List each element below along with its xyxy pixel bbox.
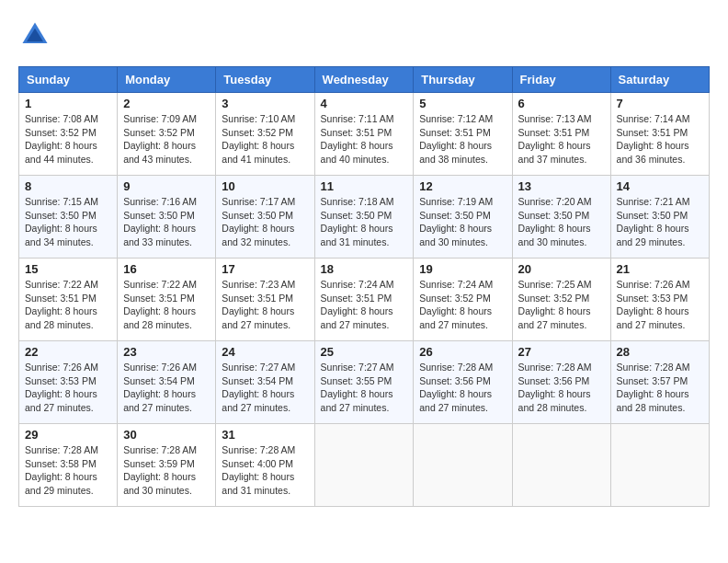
calendar-cell: 24 Sunrise: 7:27 AM Sunset: 3:54 PM Dayl… bbox=[216, 341, 314, 424]
calendar-cell: 6 Sunrise: 7:13 AM Sunset: 3:51 PM Dayli… bbox=[512, 93, 610, 176]
sunrise-label: Sunrise: 7:10 AM bbox=[222, 113, 295, 124]
day-info: Sunrise: 7:15 AM Sunset: 3:50 PM Dayligh… bbox=[25, 195, 111, 249]
day-number: 28 bbox=[617, 345, 703, 359]
calendar-cell: 13 Sunrise: 7:20 AM Sunset: 3:50 PM Dayl… bbox=[512, 176, 610, 259]
daylight-label: Daylight: 8 hours and 27 minutes. bbox=[617, 305, 689, 330]
calendar-cell: 15 Sunrise: 7:22 AM Sunset: 3:51 PM Dayl… bbox=[19, 259, 118, 341]
sunrise-label: Sunrise: 7:28 AM bbox=[617, 362, 690, 373]
sunset-label: Sunset: 3:57 PM bbox=[617, 375, 688, 386]
sunrise-label: Sunrise: 7:08 AM bbox=[25, 113, 98, 124]
daylight-label: Daylight: 8 hours and 28 minutes. bbox=[518, 388, 591, 413]
daylight-label: Daylight: 8 hours and 27 minutes. bbox=[419, 305, 492, 330]
page-header bbox=[18, 18, 710, 52]
calendar-cell: 10 Sunrise: 7:17 AM Sunset: 3:50 PM Dayl… bbox=[216, 176, 314, 259]
day-info: Sunrise: 7:27 AM Sunset: 3:55 PM Dayligh… bbox=[321, 361, 408, 415]
sunrise-label: Sunrise: 7:25 AM bbox=[518, 279, 592, 290]
sunrise-label: Sunrise: 7:17 AM bbox=[222, 196, 295, 207]
day-number: 11 bbox=[321, 179, 408, 193]
logo-icon bbox=[18, 18, 51, 52]
sunset-label: Sunset: 4:00 PM bbox=[222, 458, 293, 469]
sunset-label: Sunset: 3:51 PM bbox=[617, 127, 688, 138]
day-number: 24 bbox=[222, 345, 308, 359]
weekday-header-monday: Monday bbox=[118, 67, 216, 93]
day-number: 2 bbox=[123, 97, 210, 110]
day-number: 19 bbox=[419, 262, 506, 276]
day-number: 26 bbox=[419, 345, 506, 359]
day-info: Sunrise: 7:14 AM Sunset: 3:51 PM Dayligh… bbox=[617, 112, 703, 167]
day-number: 29 bbox=[25, 428, 111, 442]
sunrise-label: Sunrise: 7:09 AM bbox=[123, 113, 197, 124]
day-info: Sunrise: 7:19 AM Sunset: 3:50 PM Dayligh… bbox=[419, 195, 506, 249]
calendar-cell: 3 Sunrise: 7:10 AM Sunset: 3:52 PM Dayli… bbox=[216, 93, 314, 176]
sunrise-label: Sunrise: 7:14 AM bbox=[617, 113, 690, 124]
daylight-label: Daylight: 8 hours and 27 minutes. bbox=[518, 305, 591, 330]
calendar-cell: 31 Sunrise: 7:28 AM Sunset: 4:00 PM Dayl… bbox=[216, 424, 314, 507]
calendar-week-2: 8 Sunrise: 7:15 AM Sunset: 3:50 PM Dayli… bbox=[19, 176, 710, 259]
day-info: Sunrise: 7:26 AM Sunset: 3:54 PM Dayligh… bbox=[123, 361, 210, 415]
sunset-label: Sunset: 3:51 PM bbox=[518, 127, 590, 138]
day-info: Sunrise: 7:09 AM Sunset: 3:52 PM Dayligh… bbox=[123, 112, 210, 167]
calendar-week-4: 22 Sunrise: 7:26 AM Sunset: 3:53 PM Dayl… bbox=[19, 341, 710, 424]
sunset-label: Sunset: 3:50 PM bbox=[419, 210, 491, 221]
day-info: Sunrise: 7:28 AM Sunset: 3:57 PM Dayligh… bbox=[617, 361, 703, 415]
weekday-header-saturday: Saturday bbox=[610, 67, 709, 93]
day-number: 14 bbox=[617, 179, 703, 193]
sunrise-label: Sunrise: 7:28 AM bbox=[25, 444, 98, 455]
weekday-header-wednesday: Wednesday bbox=[314, 67, 414, 93]
calendar-week-3: 15 Sunrise: 7:22 AM Sunset: 3:51 PM Dayl… bbox=[19, 259, 710, 341]
calendar-cell: 7 Sunrise: 7:14 AM Sunset: 3:51 PM Dayli… bbox=[610, 93, 709, 176]
day-info: Sunrise: 7:24 AM Sunset: 3:52 PM Dayligh… bbox=[419, 278, 506, 332]
day-number: 18 bbox=[321, 262, 408, 276]
sunrise-label: Sunrise: 7:23 AM bbox=[222, 279, 295, 290]
sunrise-label: Sunrise: 7:28 AM bbox=[419, 362, 493, 373]
calendar-cell: 2 Sunrise: 7:09 AM Sunset: 3:52 PM Dayli… bbox=[118, 93, 216, 176]
sunrise-label: Sunrise: 7:15 AM bbox=[25, 196, 98, 207]
day-number: 3 bbox=[222, 97, 308, 110]
sunrise-label: Sunrise: 7:22 AM bbox=[123, 279, 197, 290]
daylight-label: Daylight: 8 hours and 29 minutes. bbox=[25, 471, 97, 496]
day-info: Sunrise: 7:10 AM Sunset: 3:52 PM Dayligh… bbox=[222, 112, 308, 167]
day-info: Sunrise: 7:18 AM Sunset: 3:50 PM Dayligh… bbox=[321, 195, 408, 249]
sunset-label: Sunset: 3:50 PM bbox=[321, 210, 392, 221]
daylight-label: Daylight: 8 hours and 27 minutes. bbox=[321, 305, 393, 330]
day-number: 1 bbox=[25, 97, 111, 110]
calendar-cell: 28 Sunrise: 7:28 AM Sunset: 3:57 PM Dayl… bbox=[610, 341, 709, 424]
sunset-label: Sunset: 3:52 PM bbox=[518, 293, 590, 304]
sunrise-label: Sunrise: 7:27 AM bbox=[321, 362, 394, 373]
day-number: 12 bbox=[419, 179, 506, 193]
calendar-cell: 23 Sunrise: 7:26 AM Sunset: 3:54 PM Dayl… bbox=[118, 341, 216, 424]
sunset-label: Sunset: 3:53 PM bbox=[25, 375, 97, 386]
calendar-cell: 1 Sunrise: 7:08 AM Sunset: 3:52 PM Dayli… bbox=[19, 93, 118, 176]
sunrise-label: Sunrise: 7:20 AM bbox=[518, 196, 592, 207]
calendar-cell: 21 Sunrise: 7:26 AM Sunset: 3:53 PM Dayl… bbox=[610, 259, 709, 341]
day-info: Sunrise: 7:16 AM Sunset: 3:50 PM Dayligh… bbox=[123, 195, 210, 249]
sunset-label: Sunset: 3:52 PM bbox=[25, 127, 97, 138]
sunset-label: Sunset: 3:50 PM bbox=[617, 210, 688, 221]
daylight-label: Daylight: 8 hours and 29 minutes. bbox=[617, 223, 689, 247]
day-info: Sunrise: 7:25 AM Sunset: 3:52 PM Dayligh… bbox=[518, 278, 605, 332]
day-number: 21 bbox=[617, 262, 703, 276]
sunset-label: Sunset: 3:50 PM bbox=[518, 210, 590, 221]
sunrise-label: Sunrise: 7:21 AM bbox=[617, 196, 690, 207]
calendar-cell: 4 Sunrise: 7:11 AM Sunset: 3:51 PM Dayli… bbox=[314, 93, 414, 176]
day-info: Sunrise: 7:28 AM Sunset: 3:58 PM Dayligh… bbox=[25, 443, 111, 498]
day-info: Sunrise: 7:27 AM Sunset: 3:54 PM Dayligh… bbox=[222, 361, 308, 415]
day-number: 9 bbox=[123, 179, 210, 193]
day-info: Sunrise: 7:28 AM Sunset: 3:56 PM Dayligh… bbox=[518, 361, 605, 415]
calendar-cell bbox=[314, 424, 414, 507]
daylight-label: Daylight: 8 hours and 31 minutes. bbox=[321, 223, 393, 247]
sunset-label: Sunset: 3:58 PM bbox=[25, 458, 97, 469]
day-info: Sunrise: 7:22 AM Sunset: 3:51 PM Dayligh… bbox=[123, 278, 210, 332]
sunset-label: Sunset: 3:51 PM bbox=[419, 127, 491, 138]
sunset-label: Sunset: 3:55 PM bbox=[321, 375, 392, 386]
daylight-label: Daylight: 8 hours and 38 minutes. bbox=[419, 140, 492, 165]
calendar-cell bbox=[610, 424, 709, 507]
calendar-cell: 5 Sunrise: 7:12 AM Sunset: 3:51 PM Dayli… bbox=[414, 93, 512, 176]
daylight-label: Daylight: 8 hours and 30 minutes. bbox=[518, 223, 591, 247]
sunrise-label: Sunrise: 7:22 AM bbox=[25, 279, 98, 290]
daylight-label: Daylight: 8 hours and 27 minutes. bbox=[222, 305, 294, 330]
sunset-label: Sunset: 3:50 PM bbox=[222, 210, 293, 221]
daylight-label: Daylight: 8 hours and 34 minutes. bbox=[25, 223, 97, 247]
calendar-week-1: 1 Sunrise: 7:08 AM Sunset: 3:52 PM Dayli… bbox=[19, 93, 710, 176]
sunrise-label: Sunrise: 7:24 AM bbox=[321, 279, 394, 290]
